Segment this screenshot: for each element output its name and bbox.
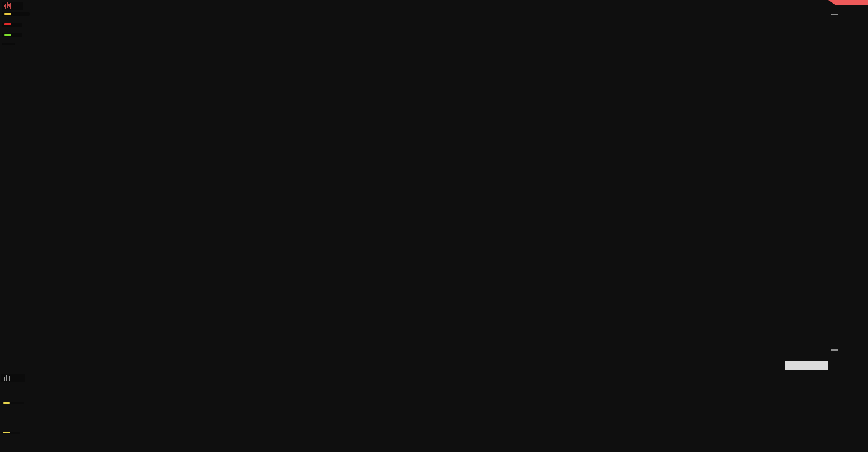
axis-scroll-down-button[interactable] bbox=[828, 349, 841, 351]
legend-sstoc-row[interactable] bbox=[1, 402, 24, 404]
chart-window bbox=[0, 0, 868, 452]
sma200-line-icon bbox=[4, 23, 11, 25]
candlestick-icon bbox=[4, 2, 12, 9]
volume-bars-icon bbox=[3, 374, 11, 381]
legend-sma200-row[interactable] bbox=[2, 23, 22, 27]
bb-line-icon bbox=[4, 13, 11, 15]
cursor-date-tag bbox=[785, 361, 828, 370]
legend-sma100-row[interactable] bbox=[2, 33, 22, 37]
legend-range-row[interactable] bbox=[2, 43, 15, 45]
axis-scroll-up-button[interactable] bbox=[828, 14, 841, 15]
legend-volume-row[interactable] bbox=[1, 374, 25, 382]
chart-canvas[interactable] bbox=[0, 0, 868, 452]
sstoc-line-icon bbox=[3, 402, 10, 404]
legend-bb-row[interactable] bbox=[2, 12, 30, 16]
legend-symbol-row[interactable] bbox=[2, 2, 23, 10]
rsi-line-icon bbox=[3, 432, 10, 433]
sma100-line-icon bbox=[4, 34, 11, 36]
last-price-tag bbox=[828, 0, 868, 5]
legend-rsi-row[interactable] bbox=[1, 432, 20, 434]
